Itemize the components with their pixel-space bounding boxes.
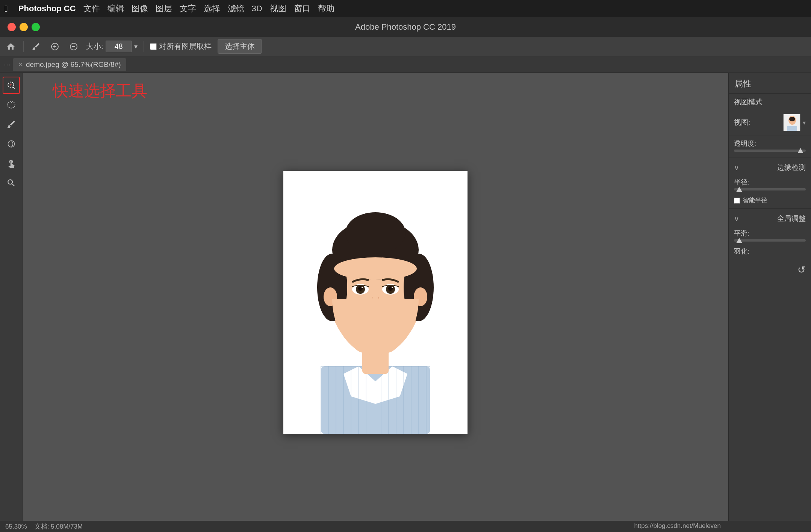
view-mode-label: 视图模式 — [734, 97, 763, 107]
menu-help[interactable]: 帮助 — [318, 3, 334, 14]
expand-icon[interactable]: ⋯ — [4, 60, 11, 69]
svg-point-40 — [392, 287, 393, 288]
tab-close-icon[interactable]: ✕ — [18, 61, 23, 68]
toolbar-separator-1 — [23, 41, 24, 52]
tabbar: ⋯ ✕ demo.jpeg @ 65.7%(RGB/8#) — [0, 56, 811, 73]
menu-select[interactable]: 选择 — [204, 3, 220, 14]
toolbar: 大小: ▾ 对所有图层取样 选择主体 — [0, 37, 811, 56]
smooth-section: 平滑: — [729, 227, 811, 245]
zoom-tool[interactable] — [3, 174, 20, 192]
smart-radius-label: 智能半径 — [743, 196, 767, 204]
menu-text[interactable]: 文字 — [180, 3, 196, 14]
chevron-edge-icon: ∨ — [734, 163, 739, 172]
doc-info: 文档: 5.08M/73M — [35, 522, 83, 531]
edge-detection-label: 边缘检测 — [777, 163, 806, 172]
menu-filter[interactable]: 滤镜 — [228, 3, 244, 14]
apple-menu[interactable]:  — [5, 3, 8, 14]
svg-point-32 — [334, 257, 417, 280]
undo-icon[interactable]: ↺ — [797, 264, 806, 276]
right-panel: 属性 视图模式 视图: ▾ — [728, 73, 811, 532]
svg-rect-50 — [787, 126, 797, 131]
transparency-label: 透明度: — [734, 139, 806, 148]
window-title: Adobe Photoshop CC 2019 — [355, 22, 456, 32]
app-name[interactable]: Photoshop CC — [18, 4, 76, 14]
add-selection-icon[interactable] — [48, 40, 61, 53]
view-mode-row: 视图: ▾ — [729, 111, 811, 134]
size-control: 大小: ▾ — [86, 41, 138, 52]
close-button[interactable] — [8, 23, 16, 31]
toolbox — [0, 73, 23, 532]
all-layers-checkbox[interactable] — [150, 43, 157, 50]
size-dropdown-arrow[interactable]: ▾ — [134, 42, 138, 51]
maximize-button[interactable] — [32, 23, 40, 31]
all-layers-checkbox-label[interactable]: 对所有图层取样 — [150, 41, 212, 51]
brush-settings-icon[interactable] — [30, 40, 42, 53]
view-thumbnail-wrapper: ▾ — [783, 114, 806, 131]
zoom-level: 65.30% — [5, 523, 27, 530]
radius-slider-thumb[interactable] — [736, 187, 742, 192]
edge-detection-header[interactable]: ∨ 边缘检测 — [729, 159, 811, 176]
statusbar: 65.30% 文档: 5.08M/73M https://blog.csdn.n… — [0, 521, 811, 532]
portrait-container — [283, 171, 468, 434]
menubar:  Photoshop CC 文件 编辑 图像 图层 文字 选择 滤镜 3D 视… — [0, 0, 811, 17]
chevron-global-icon: ∨ — [734, 215, 739, 223]
brush-tool[interactable] — [3, 116, 20, 133]
titlebar: Adobe Photoshop CC 2019 — [0, 17, 811, 37]
undo-row: ↺ — [729, 261, 811, 279]
hand-tool[interactable] — [3, 155, 20, 172]
portrait-image — [283, 171, 468, 434]
divider-2 — [729, 157, 811, 157]
size-label: 大小: — [86, 41, 103, 51]
smooth-slider-track[interactable] — [734, 239, 806, 242]
panel-title: 属性 — [729, 73, 811, 94]
menu-3d[interactable]: 3D — [252, 4, 262, 14]
tab-demo[interactable]: ✕ demo.jpeg @ 65.7%(RGB/8#) — [13, 58, 126, 71]
divider-3 — [729, 208, 811, 209]
radius-section: 半径: — [729, 176, 811, 194]
feather-label: 羽化: — [734, 247, 806, 256]
main-layout: 快速选择工具 — [0, 73, 811, 532]
radius-slider-track[interactable] — [734, 188, 806, 190]
toolbar-separator-2 — [144, 41, 144, 52]
tool-label: 快速选择工具 — [53, 80, 147, 101]
menu-file[interactable]: 文件 — [83, 3, 100, 14]
smooth-label: 平滑: — [734, 229, 806, 238]
subtract-selection-icon[interactable] — [67, 40, 80, 53]
svg-point-39 — [362, 287, 363, 288]
svg-point-49 — [789, 117, 795, 121]
lasso-tool[interactable] — [3, 96, 20, 113]
home-icon[interactable] — [5, 40, 17, 53]
tab-label: demo.jpeg @ 65.7%(RGB/8#) — [26, 60, 121, 69]
global-adjust-label: 全局调整 — [777, 214, 806, 224]
svg-point-29 — [345, 212, 406, 254]
smooth-slider-thumb[interactable] — [736, 238, 742, 243]
quick-select-tool[interactable] — [3, 77, 20, 94]
smart-radius-row: 智能半径 — [729, 194, 811, 207]
view-dropdown-arrow[interactable]: ▾ — [803, 119, 806, 126]
transparency-slider-thumb[interactable] — [797, 148, 803, 153]
window-controls — [8, 23, 40, 31]
transparency-slider-track[interactable] — [734, 150, 806, 152]
global-adjust-header[interactable]: ∨ 全局调整 — [729, 210, 811, 227]
view-thumbnail[interactable] — [783, 114, 800, 131]
status-url: https://blog.csdn.net/Mueleven — [634, 522, 721, 530]
divider-1 — [729, 136, 811, 136]
menu-edit[interactable]: 编辑 — [107, 3, 124, 14]
eraser-tool[interactable] — [3, 135, 20, 153]
menu-window[interactable]: 窗口 — [294, 3, 310, 14]
radius-label: 半径: — [734, 178, 806, 187]
menu-image[interactable]: 图像 — [132, 3, 148, 14]
minimize-button[interactable] — [20, 23, 28, 31]
smart-radius-checkbox[interactable] — [734, 198, 740, 204]
menu-view[interactable]: 视图 — [270, 3, 286, 14]
menu-layer[interactable]: 图层 — [156, 3, 172, 14]
canvas-area[interactable]: 快速选择工具 — [23, 73, 728, 532]
view-mode-header[interactable]: 视图模式 — [729, 94, 811, 111]
svg-point-6 — [8, 141, 14, 147]
select-subject-button[interactable]: 选择主体 — [218, 39, 262, 54]
size-input[interactable] — [106, 41, 132, 52]
all-layers-label: 对所有图层取样 — [159, 41, 212, 51]
view-label: 视图: — [734, 118, 750, 127]
transparency-section: 透明度: — [729, 138, 811, 156]
feather-section: 羽化: — [729, 245, 811, 261]
